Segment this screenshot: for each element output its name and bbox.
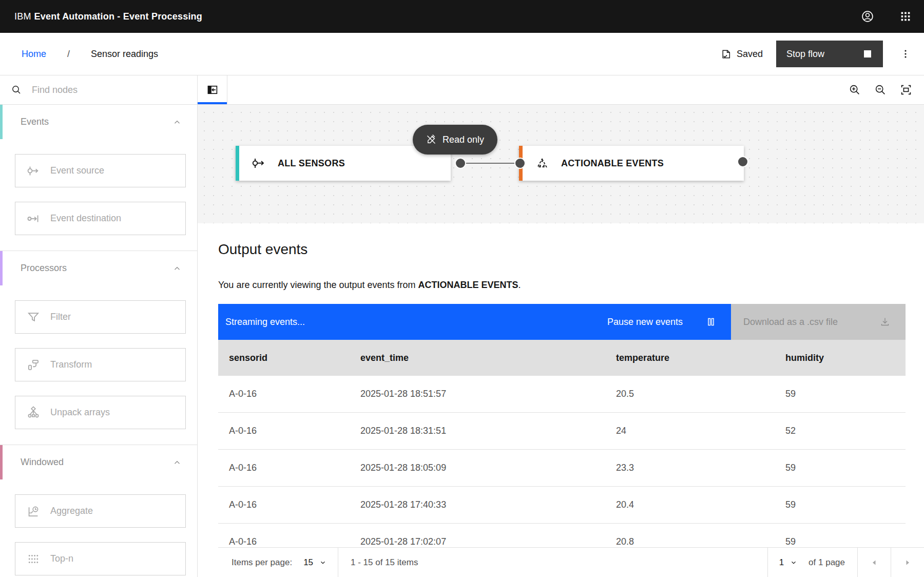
node-label: ACTIONABLE EVENTS: [561, 158, 664, 169]
cell-temperature: 24: [605, 413, 775, 449]
fit-to-screen-button[interactable]: [893, 77, 919, 103]
table-header-row: sensorid event_time temperature humidity: [218, 340, 906, 376]
pause-new-events-button[interactable]: Pause new events: [607, 317, 716, 328]
brand-prefix: IBM: [14, 11, 31, 22]
palette-item-aggregate[interactable]: Aggregate: [15, 494, 186, 528]
output-port-all-sensors[interactable]: [455, 158, 466, 169]
output-port-actionable-events[interactable]: [737, 156, 748, 167]
pause-label: Pause new events: [607, 317, 683, 328]
windowed-accent-stripe: [0, 445, 3, 479]
palette-item-unpack-arrays[interactable]: Unpack arrays: [15, 396, 186, 429]
section-header-processors[interactable]: Processors: [0, 251, 197, 285]
breadcrumb-current: Sensor readings: [91, 49, 158, 60]
download-label: Download as a .csv file: [743, 317, 838, 328]
zoom-out-icon: [874, 84, 887, 96]
description-node-name: ACTIONABLE EVENTS: [418, 280, 518, 290]
app-switcher-button[interactable]: [893, 4, 918, 29]
search-input[interactable]: [32, 85, 160, 95]
overflow-menu-button[interactable]: [894, 43, 917, 65]
palette-item-label: Filter: [50, 312, 71, 322]
flow-edge: [460, 163, 520, 164]
section-items: Aggregate Top-n: [0, 479, 197, 577]
chevron-up-icon: [172, 264, 182, 273]
description-suffix: .: [518, 280, 521, 290]
previous-page-button[interactable]: [858, 548, 891, 577]
cell-event-time: 2025-01-28 18:51:57: [350, 376, 605, 412]
source-node-accent-stripe: [236, 146, 239, 181]
chevron-down-icon: [319, 559, 326, 566]
stop-square-icon: [863, 50, 872, 58]
palette-item-event-source[interactable]: Event source: [15, 154, 186, 187]
flow-canvas[interactable]: Read only ALL SENSORS: [198, 105, 924, 223]
palette-item-transform[interactable]: Transform: [15, 348, 186, 381]
action-bar: Home / Sensor readings Saved Stop flow: [0, 33, 924, 75]
download-csv-button[interactable]: Download as a .csv file: [731, 304, 906, 340]
zoom-out-button[interactable]: [868, 77, 893, 103]
cell-sensorid: A-0-16: [218, 450, 350, 486]
cell-sensorid: A-0-16: [218, 376, 350, 412]
palette-item-label: Aggregate: [50, 506, 93, 516]
cell-humidity: 59: [775, 450, 906, 486]
event-destination-icon: [27, 212, 40, 225]
section-header-windowed[interactable]: Windowed: [0, 445, 197, 479]
user-avatar-button[interactable]: [855, 4, 880, 29]
node-label: ALL SENSORS: [278, 158, 345, 169]
page-number-select[interactable]: 1: [768, 548, 808, 577]
breadcrumb-home-link[interactable]: Home: [22, 49, 46, 60]
breadcrumb-separator: /: [67, 49, 70, 60]
section-items: Event source Event destination: [0, 139, 197, 251]
top-n-icon: [27, 552, 40, 566]
cell-humidity: 52: [775, 413, 906, 449]
items-per-page-select[interactable]: 15: [292, 548, 338, 577]
stop-flow-button[interactable]: Stop flow: [776, 41, 883, 67]
streaming-label: Streaming events...: [225, 317, 305, 328]
page-number-value: 1: [779, 557, 784, 568]
palette-item-event-destination[interactable]: Event destination: [15, 202, 186, 235]
chevron-up-icon: [172, 458, 182, 467]
next-page-button[interactable]: [891, 548, 924, 577]
palette-item-label: Top-n: [50, 553, 73, 564]
palette-sections: Events Event source: [0, 105, 197, 577]
palette-item-label: Event source: [50, 165, 104, 176]
cell-humidity: 59: [775, 376, 906, 412]
flow-and-output-panel: Read only ALL SENSORS: [198, 75, 924, 577]
section-header-events[interactable]: Events: [0, 105, 197, 139]
table-row: A-0-16 2025-01-28 18:51:57 20.5 59: [218, 376, 906, 413]
caret-left-icon: [870, 559, 878, 567]
event-processing-app: IBMEvent Automation - Event Processing H…: [0, 0, 924, 577]
overflow-menu-icon: [900, 49, 911, 59]
column-header-temperature: temperature: [605, 340, 775, 376]
table-row: A-0-16 2025-01-28 18:05:09 23.3 59: [218, 450, 906, 487]
section-label: Processors: [21, 263, 67, 274]
events-accent-stripe: [0, 105, 3, 139]
palette-item-label: Unpack arrays: [50, 407, 110, 418]
palette-item-label: Event destination: [50, 213, 121, 224]
palette-section-windowed: Windowed Aggregate: [0, 445, 197, 577]
read-only-badge: Read only: [413, 125, 497, 155]
header-actions: [855, 4, 918, 29]
description-prefix: You are currently viewing the output eve…: [218, 280, 418, 290]
user-avatar-icon: [861, 10, 874, 23]
main-area: Events Event source: [0, 75, 924, 577]
aggregate-icon: [27, 505, 40, 518]
items-per-page-label: Items per page:: [218, 548, 292, 577]
event-source-icon: [27, 164, 40, 178]
column-header-sensorid: sensorid: [218, 340, 350, 376]
cell-event-time: 2025-01-28 18:05:09: [350, 450, 605, 486]
stop-flow-label: Stop flow: [786, 49, 824, 60]
read-only-label: Read only: [442, 134, 484, 145]
column-header-event-time: event_time: [350, 340, 605, 376]
edit-off-icon: [426, 134, 436, 145]
zoom-in-button[interactable]: [842, 77, 868, 103]
items-per-page-value: 15: [303, 557, 313, 568]
chevron-down-icon: [790, 559, 797, 566]
brand-name: Event Automation - Event Processing: [34, 11, 202, 22]
node-actionable-events[interactable]: ACTIONABLE EVENTS: [519, 146, 744, 181]
saved-status: Saved: [721, 49, 763, 60]
pagination-right: 1 of 1 page: [767, 548, 924, 577]
palette-item-top-n[interactable]: Top-n: [15, 542, 186, 575]
collapse-palette-tab[interactable]: [198, 75, 227, 104]
palette-item-filter[interactable]: Filter: [15, 300, 186, 334]
input-port-actionable-events[interactable]: [514, 158, 526, 169]
column-header-humidity: humidity: [775, 340, 906, 376]
